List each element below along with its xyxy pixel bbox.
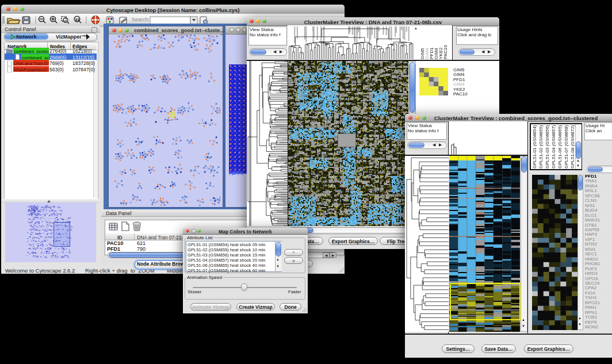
- svg-text:1:1: 1:1: [75, 18, 79, 21]
- svg-text:Search:: Search:: [132, 17, 150, 22]
